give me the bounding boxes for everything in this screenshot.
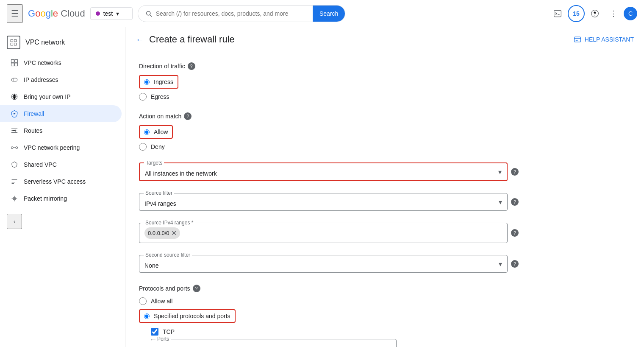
sidebar-item-vpc-networks[interactable]: VPC networks bbox=[0, 54, 122, 71]
allow-all-label[interactable]: Allow all bbox=[151, 298, 172, 305]
egress-option: Egress bbox=[139, 93, 519, 101]
tcp-checkbox[interactable] bbox=[151, 328, 158, 336]
ingress-label[interactable]: Ingress bbox=[154, 78, 173, 85]
google-logo-text: Google Cloud bbox=[28, 8, 85, 19]
ingress-option-highlighted: Ingress bbox=[139, 75, 178, 89]
svg-rect-16 bbox=[574, 37, 580, 42]
protocols-section: Protocols and ports ? Allow all Specifie… bbox=[139, 285, 519, 347]
ports-label: Ports bbox=[155, 336, 171, 342]
protocols-help-icon[interactable]: ? bbox=[193, 285, 200, 292]
help-assistant-button[interactable]: HELP ASSISTANT bbox=[574, 36, 634, 43]
direction-help-icon[interactable]: ? bbox=[188, 62, 195, 70]
source-ipv4-help-icon[interactable]: ? bbox=[511, 229, 519, 237]
allow-all-radio[interactable] bbox=[139, 297, 147, 305]
direction-label: Direction of traffic ? bbox=[139, 62, 519, 70]
deny-label[interactable]: Deny bbox=[151, 143, 165, 150]
routes-icon bbox=[10, 126, 19, 135]
svg-point-14 bbox=[16, 147, 18, 149]
sidebar: VPC network VPC networks IP addresses Br… bbox=[0, 27, 125, 347]
sidebar-collapse-button[interactable]: ‹ bbox=[7, 214, 22, 229]
svg-rect-0 bbox=[554, 10, 561, 17]
specified-protocols-option-highlighted: Specified protocols and ports bbox=[139, 309, 236, 323]
tcp-label[interactable]: TCP bbox=[163, 328, 175, 335]
deny-radio[interactable] bbox=[139, 143, 147, 151]
content-area: ← Create a firewall rule HELP ASSISTANT … bbox=[125, 27, 644, 347]
ingress-radio[interactable] bbox=[144, 79, 150, 85]
topbar: ☰ Google Cloud test ▾ Search 15 bbox=[0, 0, 644, 27]
terminal-button[interactable] bbox=[549, 5, 566, 22]
avatar[interactable]: C bbox=[624, 7, 637, 20]
sidebar-item-routes[interactable]: Routes bbox=[0, 122, 122, 139]
ip-addresses-icon bbox=[10, 76, 19, 84]
sidebar-item-label: Serverless VPC access bbox=[24, 178, 86, 185]
content-header: ← Create a firewall rule HELP ASSISTANT bbox=[125, 27, 644, 52]
action-section: Action on match ? Allow Deny bbox=[139, 112, 519, 151]
notification-button-wrapper: 15 bbox=[568, 5, 585, 22]
form-content: Direction of traffic ? Ingress Egress bbox=[125, 52, 532, 347]
egress-label[interactable]: Egress bbox=[151, 93, 169, 100]
svg-rect-7 bbox=[15, 60, 18, 63]
source-filter-help-icon[interactable]: ? bbox=[511, 198, 519, 206]
targets-help-icon[interactable]: ? bbox=[511, 168, 519, 176]
second-source-value: None bbox=[144, 262, 158, 269]
search-input[interactable] bbox=[156, 10, 309, 17]
egress-radio[interactable] bbox=[139, 93, 147, 101]
protocols-label: Protocols and ports ? bbox=[139, 285, 519, 292]
search-bar[interactable]: Search bbox=[138, 5, 346, 22]
targets-value: All instances in the network bbox=[145, 170, 217, 177]
sidebar-item-ip-addresses[interactable]: IP addresses bbox=[0, 71, 122, 88]
tcp-ports-field[interactable]: Ports 1883,8883,8083,8084,18083,8081 bbox=[151, 339, 397, 347]
search-button[interactable]: Search bbox=[313, 6, 345, 22]
more-options-button[interactable]: ⋮ bbox=[605, 5, 622, 22]
sidebar-item-bring-your-own-ip[interactable]: Bring your own IP bbox=[0, 88, 122, 105]
allow-option-highlighted: Allow bbox=[139, 125, 173, 139]
sidebar-collapse-area: ‹ bbox=[0, 207, 125, 236]
peering-icon bbox=[10, 143, 19, 152]
sidebar-item-vpc-network-peering[interactable]: VPC network peering bbox=[0, 139, 122, 156]
svg-rect-5 bbox=[14, 43, 17, 45]
tcp-section: TCP Ports 1883,8883,8083,8084,18083,8081 bbox=[139, 328, 519, 347]
targets-section: Targets All instances in the network ▾ ? bbox=[139, 162, 519, 181]
svg-rect-6 bbox=[11, 60, 14, 63]
vpc-networks-icon bbox=[10, 59, 19, 67]
project-selector[interactable]: test ▾ bbox=[90, 7, 133, 20]
notification-button[interactable]: 15 bbox=[568, 5, 585, 22]
targets-dropdown[interactable]: Targets All instances in the network ▾ bbox=[139, 162, 508, 181]
source-ipv4-input[interactable]: Source IPv4 ranges * 0.0.0.0/0 ✕ bbox=[139, 223, 508, 243]
tcp-checkbox-option: TCP bbox=[151, 328, 519, 336]
action-help-icon[interactable]: ? bbox=[184, 112, 192, 120]
sidebar-item-label: Shared VPC bbox=[24, 161, 57, 168]
specified-protocols-label[interactable]: Specified protocols and ports bbox=[154, 313, 230, 319]
source-ipv4-section: Source IPv4 ranges * 0.0.0.0/0 ✕ ? bbox=[139, 223, 519, 243]
sidebar-item-serverless-vpc[interactable]: Serverless VPC access bbox=[0, 173, 122, 190]
second-source-filter-row: Second source filter None ▾ ? bbox=[139, 255, 519, 273]
cloud-text: Cloud bbox=[61, 8, 85, 19]
sidebar-item-shared-vpc[interactable]: Shared VPC bbox=[0, 156, 122, 173]
help-button[interactable] bbox=[586, 5, 603, 22]
search-icon bbox=[145, 10, 153, 17]
specified-protocols-radio[interactable] bbox=[144, 313, 150, 319]
help-assistant-label: HELP ASSISTANT bbox=[585, 36, 634, 43]
ipv4-chip: 0.0.0.0/0 ✕ bbox=[144, 227, 180, 239]
allow-radio[interactable] bbox=[144, 129, 150, 135]
hamburger-menu-button[interactable]: ☰ bbox=[7, 4, 23, 23]
second-source-help-icon[interactable]: ? bbox=[511, 260, 519, 268]
sidebar-item-label: Packet mirroring bbox=[24, 195, 67, 202]
shared-vpc-icon bbox=[10, 160, 19, 169]
main-layout: VPC network VPC networks IP addresses Br… bbox=[0, 27, 644, 347]
sidebar-item-label: VPC network peering bbox=[24, 144, 80, 151]
source-filter-row: Source filter IPv4 ranges ▾ ? bbox=[139, 193, 519, 211]
sidebar-item-label: IP addresses bbox=[24, 76, 58, 83]
sidebar-item-label: Bring your own IP bbox=[24, 93, 71, 100]
sidebar-item-firewall[interactable]: Firewall bbox=[0, 105, 122, 122]
packet-mirroring-icon bbox=[10, 194, 19, 203]
page-title: Create a firewall rule bbox=[149, 34, 235, 45]
source-filter-dropdown[interactable]: Source filter IPv4 ranges ▾ bbox=[139, 193, 508, 211]
second-source-filter-section: Second source filter None ▾ ? bbox=[139, 255, 519, 273]
back-button[interactable]: ← bbox=[136, 35, 144, 45]
chip-remove-button[interactable]: ✕ bbox=[171, 229, 177, 237]
targets-row: Targets All instances in the network ▾ ? bbox=[139, 162, 519, 181]
allow-label[interactable]: Allow bbox=[154, 129, 168, 135]
sidebar-item-packet-mirroring[interactable]: Packet mirroring bbox=[0, 190, 122, 207]
second-source-filter-dropdown[interactable]: Second source filter None ▾ bbox=[139, 255, 508, 273]
